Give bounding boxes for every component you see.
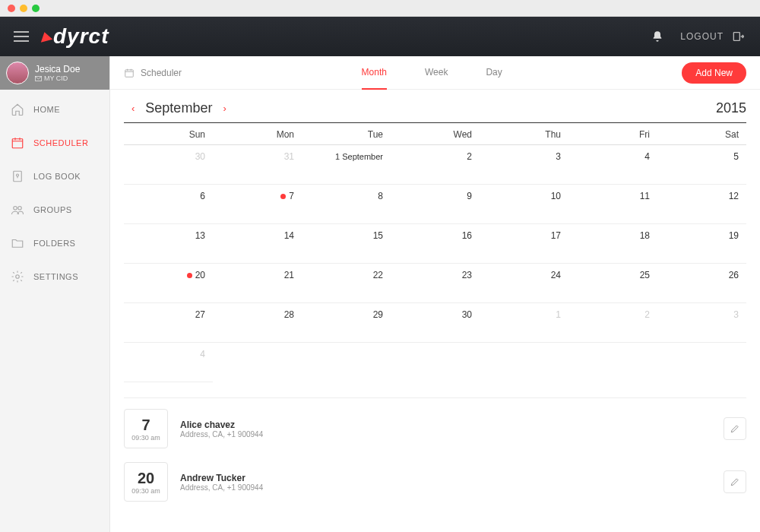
calendar-cell[interactable]: 17 [480,224,568,264]
calendar-cell[interactable]: 21 [213,264,302,303]
event-address: Address, CA, +1 900944 [180,483,263,492]
month-title: September [145,100,212,116]
calendar-cell[interactable]: 29 [302,303,391,343]
calendar-cell[interactable]: 1 [480,303,568,343]
calendar-cell[interactable]: 2 [568,303,657,343]
calendar-cell[interactable]: 1 September [302,145,391,185]
calendar-cell[interactable]: 2 [391,145,480,185]
calendar-cell[interactable]: 4 [568,145,657,185]
calendar-cell[interactable]: 9 [391,185,480,224]
calendar-cell[interactable]: 30 [124,145,213,185]
calendar-cell[interactable]: 24 [480,264,568,303]
traffic-light-max[interactable] [32,5,40,12]
calendar-cell[interactable]: 19 [657,224,746,264]
logout-link[interactable]: LOGOUT [680,31,724,42]
tab-month[interactable]: Month [362,56,387,90]
calendar-cell[interactable]: 28 [213,303,302,343]
tab-week[interactable]: Week [425,56,448,90]
calendar-cell[interactable]: 11 [568,185,657,224]
next-month-button[interactable]: › [215,103,233,114]
svg-rect-2 [12,139,23,148]
calendar-icon [11,136,24,150]
calendar-cell[interactable]: 23 [391,264,480,303]
calendar-cell[interactable]: 13 [124,224,213,264]
sidebar-item-settings[interactable]: SETTINGS [0,260,109,293]
weekday-header: SunMonTueWedThuFriSat [124,125,746,145]
calendar-cell[interactable]: 3 [480,145,568,185]
user-name: Jesica Doe [35,64,80,74]
event-row: 2009:30 am Andrew TuckerAddress, CA, +1 … [124,462,746,502]
event-address: Address, CA, +1 900944 [180,430,263,439]
sidebar-item-label: FOLDERS [33,239,75,248]
sidebar-item-folders[interactable]: FOLDERS [0,226,109,260]
sidebar-item-label: HOME [33,105,60,114]
calendar-cell[interactable]: 6 [124,185,213,224]
calendar-cell[interactable]: 8 [302,185,391,224]
logout-icon[interactable] [731,30,746,43]
user-card[interactable]: Jesica Doe MY CID [0,56,109,90]
weekday-label: Sun [124,125,213,144]
calendar-cell[interactable]: 16 [391,224,480,264]
menu-toggle-icon[interactable] [14,31,29,42]
event-row: 709:30 am Alice chavezAddress, CA, +1 90… [124,409,746,448]
weekday-label: Fri [568,125,657,144]
calendar-cell[interactable]: 31 [213,145,302,185]
weekday-label: Mon [213,125,302,144]
calendar-cell[interactable]: 5 [657,145,746,185]
calendar-cell[interactable]: 15 [302,224,391,264]
home-icon [11,103,24,116]
calendar-cell[interactable]: 26 [657,264,746,303]
brand-text: dyrct [53,24,109,49]
svg-point-6 [18,207,22,211]
calendar-cell[interactable]: 22 [302,264,391,303]
groups-icon [11,203,24,217]
calendar-cell[interactable]: 25 [568,264,657,303]
svg-point-5 [14,207,17,211]
sidebar-item-scheduler[interactable]: SCHEDULER [0,126,109,160]
avatar [6,62,29,84]
traffic-light-close[interactable] [8,5,15,12]
calendar-cell[interactable]: 3 [657,303,746,343]
calendar-grid: 30311 September2345678910111213141516171… [124,145,746,382]
svg-point-4 [17,174,19,176]
sidebar-item-logbook[interactable]: LOG BOOK [0,160,109,193]
svg-rect-0 [733,33,739,41]
event-name: Andrew Tucker [180,473,263,483]
add-new-button[interactable]: Add New [682,62,746,84]
tab-day[interactable]: Day [486,56,502,90]
calendar-cell[interactable]: 27 [124,303,213,343]
calendar-cell[interactable]: 12 [657,185,746,224]
svg-rect-8 [125,69,134,76]
notifications-icon[interactable] [651,30,663,43]
traffic-light-min[interactable] [20,5,27,12]
prev-month-button[interactable]: ‹ [124,103,142,114]
window-titlebar [0,0,760,17]
calendar-cell[interactable]: 14 [213,224,302,264]
sidebar-item-label: SCHEDULER [33,138,88,147]
calendar-cell[interactable]: 10 [480,185,568,224]
weekday-label: Thu [480,125,568,144]
calendar-cell[interactable]: 18 [568,224,657,264]
event-dot-icon [280,194,286,199]
sidebar-item-label: GROUPS [33,205,72,214]
sidebar-item-label: SETTINGS [33,272,78,281]
edit-event-button[interactable] [724,470,746,493]
edit-event-button[interactable] [724,417,746,440]
weekday-label: Sat [657,125,746,144]
calendar-cell[interactable]: 4 [124,343,213,382]
calendar-cell[interactable]: 30 [391,303,480,343]
sidebar-item-home[interactable]: HOME [0,93,109,126]
brand-logo[interactable]: dyrct [40,24,109,49]
calendar-cell[interactable]: 7 [213,185,302,224]
calendar-header: ‹ September › 2015 [124,100,746,123]
sidebar-item-groups[interactable]: GROUPS [0,193,109,226]
gear-icon [11,270,24,283]
sidebar: Jesica Doe MY CID HOME SCHEDULER LOG BOO… [0,56,110,532]
weekday-label: Wed [391,125,480,144]
folder-icon [11,236,24,250]
calendar-cell[interactable]: 20 [124,264,213,303]
svg-point-7 [16,275,20,279]
event-date-box: 709:30 am [124,409,168,448]
event-date-box: 2009:30 am [124,462,168,502]
main-content: Scheduler Month Week Day Add New ‹ Septe… [110,56,760,532]
